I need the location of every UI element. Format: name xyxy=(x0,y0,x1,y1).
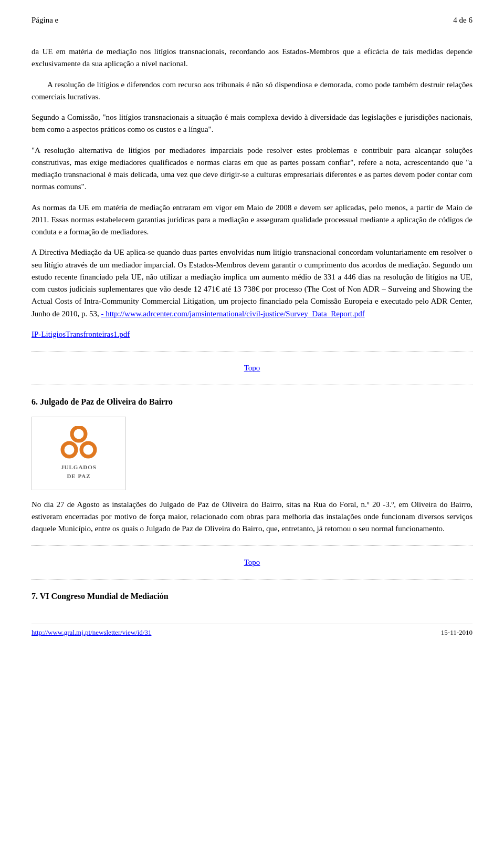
section-6-body: No dia 27 de Agosto as instalações do Ju… xyxy=(32,499,472,535)
julgados-logo: JULGADOS DE PAZ xyxy=(32,417,126,490)
paragraph-1: da UE em matéria de mediação nos litígio… xyxy=(32,46,472,70)
footer-date: 15-11-2010 xyxy=(441,628,472,637)
page-container: Página e 4 de 6 da UE em matéria de medi… xyxy=(0,0,504,668)
section-7-title: 7. VI Congreso Mundial de Mediación xyxy=(32,590,472,603)
paragraph-2: A resolução de litígios e diferendos com… xyxy=(32,79,472,104)
page-label-left: Página e xyxy=(32,16,58,25)
divider-3 xyxy=(32,545,472,546)
paragraph-6: A Directiva Mediação da UE aplica-se qua… xyxy=(32,246,472,320)
page-label-right: 4 de 6 xyxy=(453,16,472,25)
ip-link-paragraph: IP-LitigiosTransfronteiras1.pdf xyxy=(32,328,472,340)
page-footer: http://www.gral.mj.pt/newsletter/view/id… xyxy=(32,624,472,637)
svg-point-0 xyxy=(72,427,86,441)
footer-url[interactable]: http://www.gral.mj.pt/newsletter/view/id… xyxy=(32,628,151,637)
paragraph-3: Segundo a Comissão, "nos litígios transn… xyxy=(32,111,472,136)
topo-link-2[interactable]: Topo xyxy=(32,556,472,569)
topo-link-1[interactable]: Topo xyxy=(32,362,472,374)
logo-text-julgados: JULGADOS DE PAZ xyxy=(61,463,97,480)
paragraph-6-text: A Directiva Mediação da UE aplica-se qua… xyxy=(32,248,472,317)
divider-4 xyxy=(32,579,472,580)
paragraph-5: As normas da UE em matéria de mediação e… xyxy=(32,202,472,239)
section-6-title: 6. Julgado de Paz de Oliveira do Bairro xyxy=(32,396,472,408)
julgados-logo-svg xyxy=(58,426,100,463)
paragraph-4: "A resolução alternativa de litígios por… xyxy=(32,144,472,193)
main-content: da UE em matéria de mediação nos litígio… xyxy=(32,46,472,603)
svg-point-1 xyxy=(62,443,76,457)
page-header: Página e 4 de 6 xyxy=(32,16,472,30)
paragraph-6-link[interactable]: - http://www.adrcenter.com/jamsinternati… xyxy=(101,309,365,318)
ip-link[interactable]: IP-LitigiosTransfronteiras1.pdf xyxy=(32,330,130,338)
svg-point-2 xyxy=(81,443,95,457)
divider-1 xyxy=(32,351,472,352)
divider-2 xyxy=(32,385,472,385)
